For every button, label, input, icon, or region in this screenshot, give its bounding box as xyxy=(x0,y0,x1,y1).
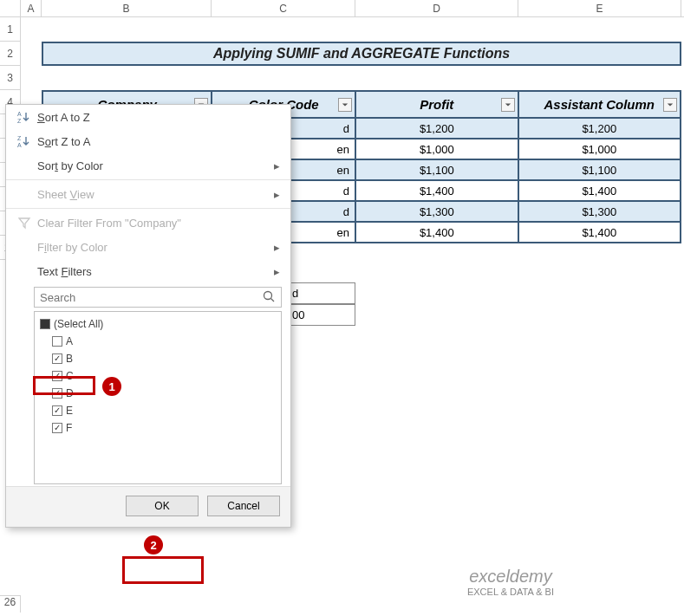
header-profit[interactable]: Profit xyxy=(355,91,518,118)
watermark-logo: exceldemy EXCEL & DATA & BI xyxy=(467,567,554,597)
page-title: Applying SUMIF and AGGREGATE Functions xyxy=(42,42,681,66)
svg-text:A: A xyxy=(17,111,22,117)
tree-label: (Select All) xyxy=(54,318,103,330)
tree-item-a[interactable]: A xyxy=(40,333,276,350)
cell-assistant[interactable]: $1,000 xyxy=(518,139,681,159)
callout-badge-1: 1 xyxy=(102,377,121,396)
col-header-E[interactable]: E xyxy=(518,0,681,16)
search-icon xyxy=(262,289,277,305)
select-all-corner[interactable] xyxy=(0,0,21,16)
filter-by-color-item: Filter by Color ▸ xyxy=(6,235,290,259)
search-input[interactable] xyxy=(38,290,262,305)
tree-item-select-all[interactable]: (Select All) xyxy=(40,315,276,333)
checkbox-icon[interactable] xyxy=(52,336,62,347)
tree-label: F xyxy=(66,422,72,434)
column-header-row: A B C D E xyxy=(0,0,684,17)
clear-filter-icon xyxy=(15,216,34,230)
logo-tagline: EXCEL & DATA & BI xyxy=(467,587,554,597)
col-header-C[interactable]: C xyxy=(212,0,355,16)
menu-label: Sort A to Z xyxy=(34,111,280,124)
header-label: Assistant Column xyxy=(544,97,655,112)
cell-profit[interactable]: $1,100 xyxy=(355,159,518,180)
tree-label: A xyxy=(66,335,73,347)
col-header-D[interactable]: D xyxy=(355,0,518,16)
menu-label: Sort by Color xyxy=(34,159,274,172)
sheet-view-item: Sheet View ▸ xyxy=(6,182,290,206)
chevron-right-icon: ▸ xyxy=(274,265,280,278)
separator xyxy=(6,179,290,180)
clear-filter-item: Clear Filter From "Company" xyxy=(6,211,290,235)
cell-assistant[interactable]: $1,100 xyxy=(518,159,681,180)
cell-profit[interactable]: $1,400 xyxy=(355,180,518,201)
svg-text:Z: Z xyxy=(17,135,22,141)
tree-item-d[interactable]: D xyxy=(40,385,276,402)
menu-label: Sheet View xyxy=(34,188,274,201)
chevron-right-icon: ▸ xyxy=(274,188,280,201)
checkbox-icon[interactable] xyxy=(52,423,62,433)
menu-label: Filter by Color xyxy=(34,241,274,254)
filter-dropdown-button[interactable] xyxy=(338,98,352,112)
highlight-box xyxy=(122,556,204,584)
cell-profit[interactable]: $1,200 xyxy=(355,118,518,139)
tree-label: C xyxy=(66,370,74,382)
ok-button[interactable]: OK xyxy=(126,496,199,516)
filter-search-box[interactable] xyxy=(34,287,282,308)
sort-za-icon: ZA xyxy=(15,134,34,148)
cell-fragment[interactable]: d xyxy=(288,282,355,304)
cancel-button[interactable]: Cancel xyxy=(207,496,280,516)
sort-za-item[interactable]: ZA Sort Z to A xyxy=(6,129,290,153)
filter-values-tree[interactable]: (Select All) A B C D E F xyxy=(34,311,282,484)
sort-az-item[interactable]: AZ Sort A to Z xyxy=(6,105,290,129)
menu-label: Sort Z to A xyxy=(34,135,280,148)
cell-assistant[interactable]: $1,200 xyxy=(518,118,681,139)
checkbox-mixed-icon[interactable] xyxy=(40,319,50,329)
tree-item-b[interactable]: B xyxy=(40,350,276,367)
header-assistant[interactable]: Assistant Column xyxy=(518,91,681,118)
row-header[interactable]: 2 xyxy=(0,42,21,66)
cell-profit[interactable]: $1,000 xyxy=(355,139,518,159)
checkbox-icon[interactable] xyxy=(52,353,62,364)
tree-label: D xyxy=(66,387,74,399)
svg-point-4 xyxy=(264,292,272,300)
filter-dropdown-button[interactable] xyxy=(663,98,677,112)
filter-dropdown-button[interactable] xyxy=(501,98,515,112)
cell-assistant[interactable]: $1,400 xyxy=(518,222,681,243)
checkbox-icon[interactable] xyxy=(52,405,62,416)
menu-label: Text Filters xyxy=(34,265,274,278)
svg-line-5 xyxy=(271,299,275,302)
menu-label: Clear Filter From "Company" xyxy=(34,217,280,230)
col-header-A[interactable]: A xyxy=(21,0,42,16)
logo-brand: exceldemy xyxy=(467,567,554,587)
header-label: Profit xyxy=(420,97,453,112)
row-header[interactable]: 1 xyxy=(0,17,21,42)
cell-assistant[interactable]: $1,300 xyxy=(518,201,681,222)
svg-text:A: A xyxy=(17,142,22,148)
svg-text:Z: Z xyxy=(17,118,22,124)
chevron-right-icon: ▸ xyxy=(274,241,280,254)
col-header-B[interactable]: B xyxy=(42,0,212,16)
button-row: OK Cancel xyxy=(6,486,290,527)
cell-assistant[interactable]: $1,400 xyxy=(518,180,681,201)
tree-item-e[interactable]: E xyxy=(40,402,276,419)
row-header[interactable]: 3 xyxy=(0,66,21,90)
sort-by-color-item[interactable]: Sort by Color ▸ xyxy=(6,153,290,178)
text-filters-item[interactable]: Text Filters ▸ xyxy=(6,259,290,283)
tree-label: E xyxy=(66,405,73,417)
row-header-26[interactable]: 26 xyxy=(0,595,21,613)
cell-profit[interactable]: $1,400 xyxy=(355,222,518,243)
separator xyxy=(6,208,290,209)
sort-az-icon: AZ xyxy=(15,110,34,124)
cell-fragment[interactable]: 00 xyxy=(288,304,355,326)
tree-item-c[interactable]: C xyxy=(40,367,276,385)
checkbox-icon[interactable] xyxy=(52,371,62,381)
chevron-right-icon: ▸ xyxy=(274,159,280,172)
filter-menu: AZ Sort A to Z ZA Sort Z to A Sort by Co… xyxy=(5,104,291,528)
cell-profit[interactable]: $1,300 xyxy=(355,201,518,222)
tree-item-f[interactable]: F xyxy=(40,419,276,437)
tree-label: B xyxy=(66,353,73,365)
checkbox-icon[interactable] xyxy=(52,388,62,399)
callout-badge-2: 2 xyxy=(144,535,163,554)
